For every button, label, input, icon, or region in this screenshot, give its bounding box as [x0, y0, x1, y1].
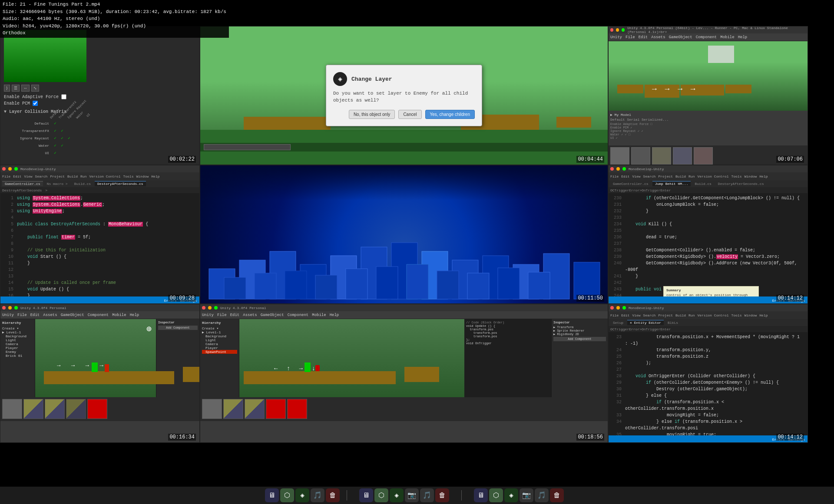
- dock-trash-3[interactable]: 🗑: [550, 488, 564, 502]
- dock-finder-3[interactable]: 🖥: [474, 488, 488, 502]
- menu-file-md2[interactable]: File: [610, 175, 619, 178]
- chk-t-t[interactable]: ✓: [59, 127, 66, 134]
- toolbar-btn-3[interactable]: ↔: [21, 85, 30, 92]
- menu-component-3[interactable]: Component: [696, 35, 717, 40]
- m-unity-8[interactable]: Unity: [202, 313, 214, 317]
- m-assets-7[interactable]: Assets: [43, 313, 57, 317]
- m-mob-8[interactable]: Mobile: [312, 313, 326, 317]
- scene-search-input[interactable]: [204, 144, 291, 150]
- hier-player-8[interactable]: Player: [202, 346, 237, 350]
- tab-build-2[interactable]: Build.cs: [692, 181, 714, 186]
- chk-i-d[interactable]: ✓: [52, 135, 59, 142]
- menu-window-md1[interactable]: Window: [136, 175, 149, 178]
- hier-camera[interactable]: Camera: [2, 342, 33, 346]
- m-comp-7[interactable]: Component: [88, 313, 109, 317]
- asset-red-7[interactable]: [87, 399, 107, 419]
- menu-search-md3[interactable]: Search: [643, 313, 656, 317]
- menu-vcs-md3[interactable]: Version Control: [697, 313, 728, 317]
- dock-mic-1[interactable]: 🎵: [311, 488, 324, 502]
- chk-t-d[interactable]: ✓: [52, 127, 59, 134]
- menu-vcs-md1[interactable]: Version Control: [89, 175, 120, 178]
- m-mob-7[interactable]: Mobile: [112, 313, 126, 317]
- tab-blk-3[interactable]: BlkLs: [665, 320, 681, 325]
- tab-destroy[interactable]: DestoryAfterSeconds.cs: [95, 181, 146, 186]
- close-dot-md2[interactable]: [610, 167, 614, 171]
- menu-project-md2[interactable]: Project: [658, 175, 673, 178]
- menu-run-md1[interactable]: Run: [80, 175, 86, 178]
- menu-search-md1[interactable]: Search: [35, 175, 48, 178]
- asset-brick2-7[interactable]: [45, 399, 65, 419]
- insp-add-comp[interactable]: Add Component: [158, 326, 198, 330]
- menu-edit-md1[interactable]: Edit: [13, 175, 21, 178]
- dock-cam-3[interactable]: 📷: [520, 488, 533, 502]
- min-dot-md2[interactable]: [616, 167, 620, 171]
- menu-project-md1[interactable]: Project: [50, 175, 65, 178]
- m-file-7[interactable]: File: [17, 313, 27, 317]
- asset-thumb-2[interactable]: [631, 147, 650, 165]
- menu-edit-3[interactable]: Edit: [639, 35, 648, 40]
- menu-tools-md2[interactable]: Tools: [731, 175, 741, 178]
- min-dot-md3[interactable]: [616, 306, 620, 310]
- m-file-8[interactable]: File: [217, 313, 227, 317]
- btn-no-object-only[interactable]: No, this object only: [349, 110, 395, 119]
- pcm-checkbox[interactable]: [33, 101, 38, 106]
- maximize-dot[interactable]: [622, 28, 625, 32]
- m-go-7[interactable]: GameObject: [61, 313, 84, 317]
- dock-md-1[interactable]: ◈: [295, 488, 309, 502]
- chk-i-i[interactable]: ✓: [66, 135, 73, 142]
- asset-thumb-4[interactable]: [673, 147, 692, 165]
- dock-mic-2[interactable]: 🎵: [420, 488, 434, 502]
- menu-window-md2[interactable]: Window: [744, 175, 757, 178]
- minimize-dot[interactable]: [616, 28, 619, 32]
- tab-gc-2[interactable]: GameController.cs: [610, 181, 651, 186]
- tab-build[interactable]: Build.cs: [72, 181, 93, 186]
- menu-build-md3[interactable]: Build: [675, 313, 686, 317]
- menu-help-md3[interactable]: Help: [759, 313, 768, 317]
- close-dot-md1[interactable]: [2, 167, 6, 171]
- toolbar-btn-2[interactable]: ☰: [12, 85, 20, 92]
- max-dot-md2[interactable]: [622, 167, 626, 171]
- asset-red2-8[interactable]: [287, 399, 307, 419]
- max-dot-md3[interactable]: [622, 306, 626, 310]
- btn-yes-change-children[interactable]: Yes, change children: [425, 110, 475, 119]
- m-assets-8[interactable]: Assets: [243, 313, 257, 317]
- asset-brick2-8[interactable]: [245, 399, 265, 419]
- chk-w-d[interactable]: ✓: [52, 142, 59, 149]
- hier-item-create[interactable]: Create ▾: [2, 326, 33, 330]
- dock-mic-3[interactable]: 🎵: [535, 488, 549, 502]
- min-8[interactable]: [208, 306, 212, 310]
- menu-file-3[interactable]: File: [626, 35, 635, 40]
- hier-enemy[interactable]: Enemy: [2, 350, 33, 354]
- toolbar-btn-4[interactable]: ⤡: [31, 85, 39, 92]
- hier-spawn-8[interactable]: SpawnPoint: [202, 350, 237, 354]
- max-8[interactable]: [214, 306, 218, 310]
- chk-d-d[interactable]: ✓: [52, 120, 59, 127]
- menu-unity-3[interactable]: Unity: [610, 35, 622, 40]
- dock-trash-1[interactable]: 🗑: [326, 488, 340, 502]
- hier-item-8[interactable]: Create ▾: [202, 326, 237, 330]
- m-edit-7[interactable]: Edit: [30, 313, 40, 317]
- menu-tools-md1[interactable]: Tools: [123, 175, 133, 178]
- dock-trash-2[interactable]: 🗑: [435, 488, 449, 502]
- asset-brick3-7[interactable]: [66, 399, 86, 419]
- menu-help-md1[interactable]: Help: [151, 175, 159, 178]
- menu-vcs-md2[interactable]: Version Control: [697, 175, 728, 178]
- menu-view-md1[interactable]: View: [24, 175, 32, 178]
- dock-finder-1[interactable]: 🖥: [265, 488, 279, 502]
- tab-das-2[interactable]: DestoryAfterSeconds.cs: [715, 181, 767, 186]
- dock-cam-2[interactable]: 📷: [405, 488, 419, 502]
- m-edit-8[interactable]: Edit: [230, 313, 240, 317]
- menu-assets-3[interactable]: Assets: [651, 35, 665, 40]
- dock-finder-2[interactable]: 🖥: [359, 488, 373, 502]
- insp-add-comp-8[interactable]: Add Component: [553, 337, 606, 341]
- m-comp-8[interactable]: Component: [288, 313, 309, 317]
- tab-entity-3[interactable]: ✕ Entity Editor: [627, 320, 664, 325]
- menu-build-md1[interactable]: Build: [67, 175, 78, 178]
- menu-build-md2[interactable]: Build: [675, 175, 686, 178]
- close-dot[interactable]: [610, 28, 613, 32]
- tab-ns[interactable]: Ns macro >: [44, 181, 70, 186]
- menu-view-md3[interactable]: View: [632, 313, 640, 317]
- close-dot-md3[interactable]: [610, 306, 614, 310]
- tab-gamecontroller[interactable]: GameController.cs: [2, 181, 43, 186]
- menu-view-md2[interactable]: View: [632, 175, 640, 178]
